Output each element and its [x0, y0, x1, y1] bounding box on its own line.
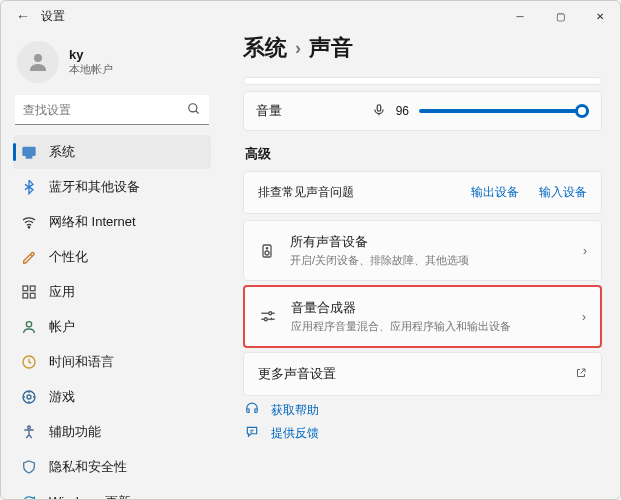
avatar [17, 41, 59, 83]
sidebar-item-update[interactable]: Windows 更新 [13, 485, 211, 500]
row-sub: 开启/关闭设备、排除故障、其他选项 [290, 253, 569, 268]
sidebar-item-account[interactable]: 帐户 [13, 310, 211, 344]
mixer-icon [259, 308, 277, 326]
access-icon [21, 424, 37, 440]
svg-point-14 [28, 426, 31, 429]
svg-point-17 [265, 251, 269, 255]
sidebar-item-privacy[interactable]: 隐私和安全性 [13, 450, 211, 484]
chevron-right-icon: › [295, 38, 301, 59]
svg-point-5 [28, 227, 29, 228]
sidebar-item-time[interactable]: 时间和语言 [13, 345, 211, 379]
sidebar-item-label: 隐私和安全性 [49, 458, 127, 476]
profile-name: ky [69, 47, 113, 62]
search-box[interactable] [15, 95, 209, 125]
troubleshoot-label: 排查常见声音问题 [258, 184, 451, 201]
sidebar-item-label: 系统 [49, 143, 75, 161]
sidebar-item-access[interactable]: 辅助功能 [13, 415, 211, 449]
sidebar-item-system[interactable]: 系统 [13, 135, 211, 169]
svg-line-2 [196, 111, 199, 114]
prev-card-peek [243, 77, 602, 85]
account-icon [21, 319, 37, 335]
svg-point-18 [266, 247, 267, 248]
breadcrumb: 系统 › 声音 [243, 33, 602, 63]
svg-rect-15 [377, 104, 381, 110]
troubleshoot-card: 排查常见声音问题 输出设备 输入设备 [243, 171, 602, 214]
search-icon [187, 102, 201, 119]
row-sub: 应用程序音量混合、应用程序输入和输出设备 [291, 319, 568, 334]
breadcrumb-current: 声音 [309, 33, 353, 63]
chevron-right-icon: › [582, 310, 586, 324]
window-title: 设置 [41, 8, 65, 25]
minimize-button[interactable]: ─ [500, 2, 540, 30]
svg-rect-6 [23, 286, 28, 291]
system-icon [21, 144, 37, 160]
search-input[interactable] [15, 95, 209, 125]
svg-point-1 [189, 104, 197, 112]
bluetooth-icon [21, 179, 37, 195]
sidebar-item-label: Windows 更新 [49, 493, 131, 500]
row-title: 更多声音设置 [258, 365, 561, 383]
svg-rect-4 [26, 157, 31, 158]
volume-value: 96 [396, 104, 409, 118]
svg-point-23 [264, 317, 267, 320]
network-icon [21, 214, 37, 230]
output-devices-link[interactable]: 输出设备 [471, 184, 519, 201]
maximize-button[interactable]: ▢ [540, 2, 580, 30]
svg-point-0 [34, 54, 42, 62]
svg-rect-7 [30, 286, 35, 291]
update-icon [21, 494, 37, 500]
sidebar-item-label: 帐户 [49, 318, 75, 336]
sidebar-item-bluetooth[interactable]: 蓝牙和其他设备 [13, 170, 211, 204]
gaming-icon [21, 389, 37, 405]
sidebar-item-label: 游戏 [49, 388, 75, 406]
volume-card: 音量 96 [243, 91, 602, 131]
volume-label: 音量 [256, 102, 300, 120]
sidebar-item-label: 蓝牙和其他设备 [49, 178, 140, 196]
row-title: 所有声音设备 [290, 233, 569, 251]
sidebar-item-apps[interactable]: 应用 [13, 275, 211, 309]
profile-sub: 本地帐户 [69, 62, 113, 77]
row-all-sound-devices[interactable]: 所有声音设备 开启/关闭设备、排除故障、其他选项 › [243, 220, 602, 281]
feedback-icon [245, 425, 261, 442]
external-link-icon [575, 367, 587, 382]
sidebar-item-label: 辅助功能 [49, 423, 101, 441]
row-title: 音量合成器 [291, 299, 568, 317]
sidebar-item-label: 网络和 Internet [49, 213, 136, 231]
section-advanced: 高级 [245, 145, 602, 163]
speaker-icon [258, 243, 276, 259]
svg-rect-9 [30, 293, 35, 298]
row-more-sound-settings[interactable]: 更多声音设置 [243, 352, 602, 396]
close-button[interactable]: ✕ [580, 2, 620, 30]
profile-block[interactable]: ky 本地帐户 [13, 37, 211, 95]
svg-point-20 [269, 311, 272, 314]
microphone-icon[interactable] [372, 103, 386, 120]
apps-icon [21, 284, 37, 300]
svg-rect-8 [23, 293, 28, 298]
row-volume-mixer[interactable]: 音量合成器 应用程序音量混合、应用程序输入和输出设备 › [243, 285, 602, 348]
sidebar-item-personalize[interactable]: 个性化 [13, 240, 211, 274]
back-button[interactable]: ← [9, 8, 37, 24]
sidebar-item-label: 时间和语言 [49, 353, 114, 371]
breadcrumb-parent[interactable]: 系统 [243, 33, 287, 63]
sidebar-item-network[interactable]: 网络和 Internet [13, 205, 211, 239]
svg-rect-3 [23, 147, 35, 155]
get-help-link[interactable]: 获取帮助 [245, 402, 602, 419]
chevron-right-icon: › [583, 244, 587, 258]
time-icon [21, 354, 37, 370]
sidebar-item-label: 应用 [49, 283, 75, 301]
volume-slider[interactable] [419, 109, 589, 113]
svg-point-13 [27, 395, 31, 399]
privacy-icon [21, 459, 37, 475]
svg-point-10 [26, 322, 31, 327]
feedback-link[interactable]: 提供反馈 [245, 425, 602, 442]
help-icon [245, 402, 261, 419]
sidebar-item-label: 个性化 [49, 248, 88, 266]
input-devices-link[interactable]: 输入设备 [539, 184, 587, 201]
sidebar-item-gaming[interactable]: 游戏 [13, 380, 211, 414]
personalize-icon [21, 249, 37, 265]
